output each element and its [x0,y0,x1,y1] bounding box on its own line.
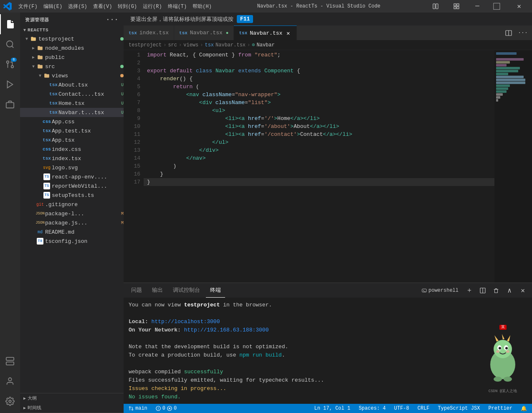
terminal-split-button[interactable] [477,285,489,296]
tree-item-logosvg[interactable]: ▶ svg logo.svg [20,163,124,172]
maximize-button[interactable]: ⃞ [489,0,508,13]
status-formatter[interactable]: Prettier [486,405,514,411]
breadcrumb-current[interactable]: Navbar [257,42,275,48]
panel-tab-output[interactable]: 输出 [148,283,167,298]
more-actions-button[interactable]: ··· [517,27,529,39]
tab-navbar2[interactable]: tsx Navbar.tsx ● [174,25,234,40]
status-bell[interactable]: 🔔 [519,405,529,412]
panel-tab-debug[interactable]: 调试控制台 [169,283,204,298]
activity-extensions[interactable] [0,94,20,115]
status-errors[interactable]: 0 0 [154,405,178,411]
window-controls[interactable]: ─ ⃞ ✕ [426,0,529,13]
tree-item-apptsx[interactable]: ▶ tsx App.tsx [20,135,124,145]
terminal-trash-button[interactable] [490,285,502,296]
sidebar-root-label[interactable]: ▼ REACTTS [20,27,124,34]
tree-item-tsconfig[interactable]: ▶ T8 tsconfig.json [20,237,124,246]
tree-item-indextsx[interactable]: ▶ tsx index.tsx [20,154,124,163]
breadcrumb-views[interactable]: views [183,42,198,48]
activity-account[interactable] [0,371,20,391]
breadcrumb-navbar-file[interactable]: Navbar.tsx [215,42,246,48]
status-spaces[interactable]: Spaces: 4 [357,405,388,411]
svg-line-7 [12,46,13,48]
status-encoding[interactable]: UTF-8 [393,405,411,411]
status-branch[interactable]: main [127,405,149,411]
tree-item-public[interactable]: ▶ public [20,53,124,62]
window-grid-btn[interactable] [447,0,466,13]
terminal-line-local: Local: http://localhost:3000 [129,318,527,326]
terminal-shell-selector[interactable]: powershell [418,288,462,293]
status-position[interactable]: Ln 17, Col 1 [313,405,352,411]
activity-remote[interactable] [0,351,20,371]
menu-edit[interactable]: 编辑(E) [43,3,63,10]
modified-dot [120,37,124,41]
menu-view[interactable]: 查看(V) [93,3,112,10]
breadcrumb-sep: › [200,42,203,48]
breadcrumb-src[interactable]: src [168,42,177,48]
new-terminal-button[interactable]: ＋ [464,285,475,296]
tree-item-packagejson[interactable]: ▶ JSON package.js... M [20,218,124,227]
menu-goto[interactable]: 转到(G) [118,3,137,10]
status-eol[interactable]: CRLF [416,405,431,411]
menu-select[interactable]: 选择(S) [68,3,87,10]
menu-terminal[interactable]: 终端(T) [168,3,187,10]
tree-item-testproject[interactable]: ▼ testproject [20,34,124,43]
tree-item-contact[interactable]: ▶ tsx Contact....tsx U [20,89,124,99]
tree-item-gitignore[interactable]: ▶ git .gitignore [20,200,124,209]
code-line-1: import React, { Component } from "react"… [144,51,494,59]
outline-section[interactable]: ▶ 大纲 [20,393,124,403]
tree-item-readme[interactable]: ▶ md README.md [20,227,124,237]
terminal-content[interactable]: You can now view testproject in the brow… [124,298,532,404]
tab-close-button[interactable]: ✕ [285,30,291,36]
split-editor-button[interactable] [503,27,514,39]
tree-item-apptest[interactable]: ▶ tsx App.test.tsx [20,126,124,135]
tree-item-about[interactable]: ▶ tsx About.tsx U [20,80,124,89]
svg-point-27 [494,340,512,358]
svg-marker-32 [494,335,499,342]
code-content[interactable]: import React, { Component } from "react"… [144,50,494,283]
menu-help[interactable]: 帮助(H) [193,3,212,10]
tree-item-reactappenv[interactable]: ▶ TS react-app-env.... [20,172,124,181]
breadcrumb-testproject[interactable]: testproject [129,42,162,48]
tree-item-views[interactable]: ▼ views [20,71,124,80]
panel-tab-problems[interactable]: 问题 [127,283,146,298]
activity-explorer[interactable] [0,14,20,34]
tree-item-reportweb[interactable]: ▶ TS reportWebVital... [20,181,124,191]
tab-navbar-active[interactable]: tsx Navbar.tsx ✕ [234,25,297,40]
breadcrumb-class-icon: ⊙ [252,42,255,48]
tree-label: node_modules [45,45,124,51]
activity-settings[interactable] [0,391,20,411]
close-button[interactable]: ✕ [509,0,529,13]
css-icon: css [43,146,50,153]
tree-item-node_modules[interactable]: ▶ node_modules [20,43,124,53]
panel-close-button[interactable]: ✕ [517,285,529,296]
panel-maximize-button[interactable]: ∧ [504,285,515,296]
minimize-button[interactable]: ─ [468,0,487,13]
token [235,67,238,75]
panel-tab-terminal[interactable]: 终端 [206,283,225,298]
token: = [261,130,264,138]
token: "nav-wrapper" [235,91,277,99]
tree-item-indexcss[interactable]: ▶ css index.css [20,145,124,154]
status-language[interactable]: TypeScript JSX [436,405,482,411]
activity-run-debug[interactable] [0,74,20,94]
activity-source-control[interactable]: 6 [0,54,20,74]
activity-search[interactable] [0,34,20,54]
tree-item-src[interactable]: ▼ src [20,62,124,71]
tree-item-home[interactable]: ▶ tsx Home.tsx U [20,99,124,108]
menu-file[interactable]: 文件(F) [18,3,38,10]
tab-indextsx[interactable]: tsx index.tsx [124,25,174,40]
menu-run[interactable]: 运行(R) [143,3,162,10]
terminal-line-1: You can now view testproject in the brow… [129,301,527,309]
title-bar-menu[interactable]: 文件(F) 编辑(E) 选择(S) 查看(V) 转到(G) 运行(R) 终端(T… [18,3,212,10]
json-icon: JSON [37,219,43,226]
tree-item-setuptests[interactable]: ▶ TS setupTests.ts [20,191,124,200]
tree-item-packagelock[interactable]: ▶ JSON package-l... M [20,209,124,218]
tree-label: react-app-env.... [52,174,124,180]
svg-rect-3 [457,4,459,6]
timeline-section[interactable]: ▶ 时间线 [20,403,124,413]
token: Component [264,67,294,75]
sidebar-more-button[interactable]: ··· [106,16,119,23]
tree-item-navbar[interactable]: ▶ tsx Navbar.t...tsx U [20,108,124,117]
tree-item-appcss[interactable]: ▶ css App.css [20,117,124,126]
window-layout-btn[interactable] [426,0,445,13]
